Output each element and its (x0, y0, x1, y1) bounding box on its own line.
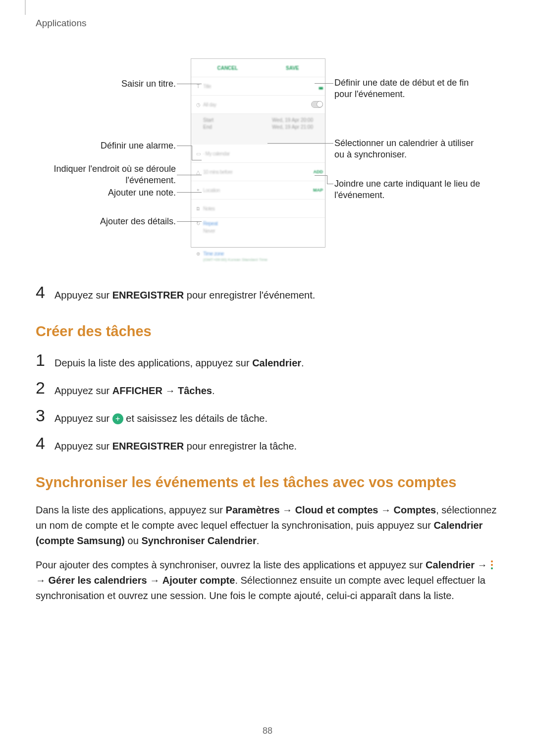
arrow: → (475, 559, 490, 570)
text-icon: T (193, 84, 203, 89)
task-step-1: 1 Depuis la liste des applications, appu… (36, 352, 499, 370)
tz-label[interactable]: Time zone (203, 251, 268, 256)
text: Appuyez sur (54, 441, 112, 452)
bold: Tâches (178, 385, 212, 396)
lead (177, 192, 202, 193)
allday-label: All day (203, 102, 311, 107)
location-field[interactable]: Location (203, 188, 313, 193)
mock-title-row: T Title ▃ (191, 77, 325, 96)
start-value[interactable]: Wed, 19 Apr 20:00 (272, 117, 313, 123)
reminder-add[interactable]: ADD (314, 169, 323, 174)
task-step-3: 3 Appuyez sur + et saisissez les détails… (36, 407, 499, 426)
text: . (301, 357, 304, 368)
step-4-event: 4 Appuyez sur ENREGISTRER pour enregistr… (36, 284, 499, 302)
mock-allday-row: ◷ All day (191, 96, 325, 114)
callout-calendar: Sélectionner un calendrier à utiliser ou… (334, 138, 483, 161)
step-number: 2 (36, 379, 54, 396)
end-label: End (203, 124, 212, 130)
more-options-icon (490, 560, 494, 569)
bold: ENREGISTRER (112, 290, 184, 301)
mock-repeat-row: ↻ Repeat Never (191, 218, 325, 248)
mock-time-block: StartWed, 19 Apr 20:00 EndWed, 19 Apr 21… (191, 114, 325, 145)
page-top-mark (25, 0, 26, 15)
mock-top-actions: CANCEL SAVE (191, 59, 325, 77)
lead (327, 184, 333, 184)
text: Appuyez sur (54, 385, 112, 396)
start-label: Start (203, 117, 214, 123)
lead (315, 175, 327, 176)
allday-toggle[interactable] (311, 101, 323, 108)
lead (177, 84, 202, 84)
bold: Ajouter compte (162, 575, 235, 586)
plus-icon: + (112, 413, 123, 424)
text: Dans la liste des applications, appuyez … (36, 504, 226, 515)
title-field[interactable]: Title (203, 84, 319, 89)
sync-paragraph-1: Dans la liste des applications, appuyez … (36, 503, 499, 549)
text: Depuis la liste des applications, appuye… (54, 357, 252, 368)
mock-timezone-row: ⊕ Time zone (GMT+09:00) Korean Standard … (191, 248, 325, 277)
note-icon: 🗎 (193, 206, 203, 211)
notes-field[interactable]: Notes (203, 206, 323, 211)
text: Pour ajouter des comptes à synchroniser,… (36, 559, 426, 570)
bold: Cloud et comptes (295, 504, 378, 515)
mock-calendar-row: ▭ · My calendar (191, 145, 325, 163)
step-number: 1 (36, 352, 54, 368)
lead (177, 146, 192, 146)
globe-icon: ⊕ (193, 251, 203, 256)
map-button[interactable]: MAP (313, 188, 323, 193)
arrow: → (162, 385, 178, 396)
arrow: → (147, 575, 162, 586)
callout-map: Joindre une carte indiquant le lieu de l… (334, 178, 483, 202)
cancel-button[interactable]: CANCEL (217, 65, 238, 71)
text: . (257, 535, 260, 546)
section-header: Applications (36, 18, 499, 29)
bold: Paramètres (226, 504, 280, 515)
task-step-2: 2 Appuyez sur AFFICHER → Tâches. (36, 379, 499, 398)
callout-date: Définir une date de début et de fin pour… (334, 77, 483, 101)
arrow: → (280, 504, 295, 515)
lead (192, 160, 202, 160)
text: Appuyez sur (54, 290, 112, 301)
event-editor-figure: CANCEL SAVE T Title ▃ ◷ All day StartWed… (37, 58, 498, 254)
color-chip[interactable]: ▃ (319, 84, 323, 89)
text: pour enregistrer l'événement. (184, 290, 315, 301)
bell-icon: △ (193, 169, 203, 175)
lead (315, 83, 333, 84)
calendar-icon: ▭ (193, 151, 203, 156)
phone-mock: CANCEL SAVE T Title ▃ ◷ All day StartWed… (191, 58, 325, 248)
arrow: → (36, 575, 49, 586)
bold: Comptes (394, 504, 436, 515)
callout-title: Saisir un titre. (37, 78, 176, 90)
text: et saisissez les détails de tâche. (123, 413, 268, 424)
heading-create-tasks: Créer des tâches (36, 323, 499, 340)
lead (327, 175, 327, 184)
bold: Gérer les calendriers (49, 575, 147, 586)
bold: ENREGISTRER (112, 441, 184, 452)
mock-notes-row: 🗎 Notes (191, 200, 325, 218)
lead (268, 143, 333, 144)
reminder-field[interactable]: 10 mins before (203, 169, 314, 175)
lead (177, 221, 202, 222)
step-number: 4 (36, 435, 54, 452)
save-button[interactable]: SAVE (286, 65, 299, 71)
mock-reminder-row: △ 10 mins before ADD (191, 163, 325, 181)
arrow: → (378, 504, 393, 515)
step-number: 4 (36, 284, 54, 301)
callout-alarm: Définir une alarme. (37, 140, 176, 151)
tz-value: (GMT+09:00) Korean Standard Time (203, 257, 268, 262)
text: . (212, 385, 215, 396)
end-value[interactable]: Wed, 19 Apr 21:00 (272, 124, 313, 130)
text: Appuyez sur (54, 413, 112, 424)
callout-place: Indiquer l'endroit où se déroule l'événe… (37, 163, 176, 187)
calendar-field[interactable]: · My calendar (203, 151, 323, 156)
text: pour enregistrer la tâche. (184, 441, 297, 452)
bold: Calendrier (426, 559, 475, 570)
callout-details: Ajouter des détails. (37, 216, 176, 227)
clock-icon: ◷ (193, 102, 203, 107)
callout-note: Ajouter une note. (37, 187, 176, 199)
task-step-4: 4 Appuyez sur ENREGISTRER pour enregistr… (36, 435, 499, 454)
lead (192, 146, 192, 160)
page-number: 88 (0, 726, 535, 736)
mock-location-row: ⌖ Location MAP (191, 181, 325, 200)
repeat-label[interactable]: Repeat (203, 221, 217, 226)
